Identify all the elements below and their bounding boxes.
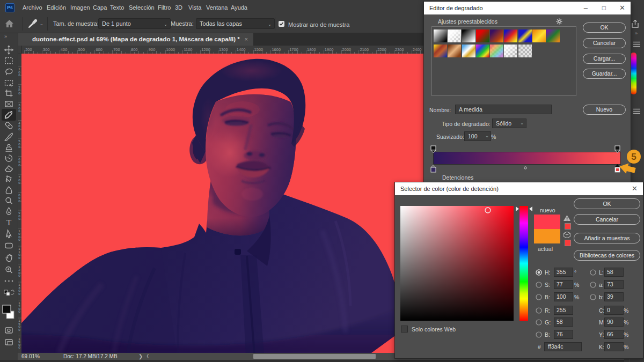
- svg-text:1400: 1400: [18, 301, 20, 314]
- svg-text:1500: 1500: [18, 319, 20, 331]
- svg-text:T: T: [6, 218, 11, 227]
- svg-text:1300: 1300: [18, 283, 20, 295]
- svg-text:1600: 1600: [18, 337, 20, 350]
- svg-text:1000: 1000: [18, 229, 20, 242]
- svg-text:1200: 1200: [18, 265, 20, 278]
- svg-text:5: 5: [631, 152, 636, 162]
- svg-text:1100: 1100: [18, 247, 20, 260]
